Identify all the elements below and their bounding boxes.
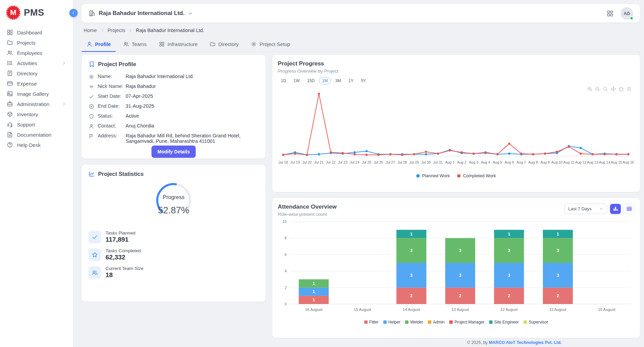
legend-item-admin[interactable]: Admin [428,320,445,325]
sidebar-item-projects[interactable]: Projects [0,37,73,48]
breadcrumb-raja-bahadur-international-ltd: Raja Bahadur International Ltd. [136,28,204,33]
modebar-zoom-button[interactable] [602,86,609,92]
company-link[interactable]: MARCO AIoT Technologies Pvt. Ltd. [489,340,562,345]
tab-infrastructure[interactable]: Infrastructure [154,37,202,52]
profile-field-status: Status:Active [88,111,259,121]
range-button-1m[interactable]: 1M [319,77,331,85]
range-button-5y[interactable]: 5Y [358,77,369,85]
sidebar-item-label: Help Desk [17,142,41,148]
legend-item-site-engineer[interactable]: Site Engineer [489,320,519,325]
legend-item-supervisor[interactable]: Supervisor [524,320,548,325]
field-value: 31-Aug-2025 [126,103,259,109]
sidebar-item-administration[interactable]: Administration [0,99,73,109]
tab-project-setup[interactable]: Project Setup [246,37,295,52]
topbar-right: AD [607,7,633,20]
modebar-menu-button[interactable] [626,86,632,92]
chart-toolbar [586,86,632,92]
tab-label: Directory [218,41,239,47]
gauge-value: 52.87% [136,205,211,216]
modebar-zoom-in-button[interactable] [586,86,593,92]
stat-tasks-planned: Tasks Planned117,891 [88,230,259,243]
sidebar-item-support[interactable]: Support [0,119,73,130]
tab-teams[interactable]: Teams [118,37,151,52]
sidebar-item-help-desk[interactable]: Help Desk [0,140,73,150]
app-logo[interactable]: M PMS [0,0,73,23]
legend-label: Project Manager [454,320,484,325]
table-view-toggle-button[interactable] [624,204,634,214]
range-button-15d[interactable]: 15D [304,77,318,85]
svg-text:Aug 12: Aug 12 [575,160,586,164]
legend-label: Completed Work [463,173,496,178]
sidebar-item-activities[interactable]: Activities [0,58,73,68]
main-area: Raja Bahadur International Ltd. AD HomeP… [74,0,644,347]
image-gallery-icon [7,91,13,97]
app-root: M PMS DashboardProjectsEmployeesActiviti… [0,0,644,347]
company-selector[interactable]: Raja Bahadur International Ltd. [88,10,193,17]
range-button-3m[interactable]: 3M [332,77,344,85]
tab-bar: ProfileTeamsInfrastructureDirectoryProje… [82,37,640,52]
stats-card-title: Project Statistics [98,171,144,177]
legend-swatch [489,320,493,324]
legend-label: Site Engineer [494,320,519,325]
svg-text:Aug 6: Aug 6 [505,160,514,164]
modebar-home-button[interactable] [618,86,625,92]
legend-swatch [383,320,387,324]
sidebar-item-label: Administration [17,101,49,107]
legend-item-helper[interactable]: Helper [383,320,400,325]
range-button-1d[interactable]: 1D [278,77,289,85]
legend-label: Supervisor [529,320,548,325]
sidebar-item-employees[interactable]: Employees [0,48,73,58]
shield-icon [88,113,98,119]
svg-text:Aug 1: Aug 1 [445,160,455,164]
breadcrumb-home[interactable]: Home [84,28,97,33]
documentation-icon [7,132,13,138]
legend-item-completed-work[interactable]: Completed Work [457,173,496,178]
stacked-bar-chart: 024681016 August11115 August14 August233… [278,218,634,319]
sidebar-item-documentation[interactable]: Documentation [0,130,73,140]
legend-item-planned-work[interactable]: Planned Work [416,173,450,178]
activities-icon [7,60,13,66]
tab-profile[interactable]: Profile [82,37,116,52]
content: Project Profile Name:Raja Bahadur Intern… [82,55,640,338]
sidebar-item-label: Employees [17,50,42,56]
apps-grid-icon[interactable] [607,10,614,17]
range-button-1w[interactable]: 1W [290,77,303,85]
sidebar-item-directory[interactable]: Directory [0,68,73,78]
sidebar-item-image-gallery[interactable]: Image Gallery [0,89,73,99]
svg-text:2: 2 [557,293,559,298]
line-chart: Jul 18Jul 19Jul 20Jul 21Jul 22Jul 23Jul … [278,86,634,172]
legend-swatch [457,174,461,178]
project-progress-card: Project Progress Progress Overview by Pr… [272,55,640,192]
chevron-right-icon [100,28,104,33]
zoom-in-icon [587,86,593,92]
chevron-right-icon [128,28,133,33]
breadcrumb-projects[interactable]: Projects [108,28,125,33]
svg-text:1: 1 [557,232,559,237]
sidebar-item-expense[interactable]: Expense [0,78,73,89]
right-column: Project Progress Progress Overview by Pr… [272,55,640,338]
modify-details-button[interactable]: Modify Details [151,146,196,158]
legend-item-project-manager[interactable]: Project Manager [449,320,484,325]
attendance-controls: Last 7 Days [564,203,634,214]
legend-item-fitter[interactable]: Fitter [364,320,379,325]
sidebar-item-dashboard[interactable]: Dashboard [0,27,73,37]
svg-text:Jul 29: Jul 29 [409,160,419,164]
profile-card-header: Project Profile [88,61,259,67]
svg-text:8: 8 [285,236,287,240]
tab-directory[interactable]: Directory [205,37,243,52]
bar-view-toggle-button[interactable] [610,204,621,214]
sidebar-item-inventory[interactable]: Inventory [0,109,73,119]
pan-icon [611,86,616,92]
modebar-pan-button[interactable] [610,86,617,92]
stat-label: Tasks Planned [106,230,135,236]
modebar-zoom-out-button[interactable] [594,86,601,92]
svg-text:Jul 19: Jul 19 [290,160,300,164]
range-button-1y[interactable]: 1Y [345,77,357,85]
date-range-select[interactable]: Last 7 Days [564,203,607,214]
legend-item-welder[interactable]: Welder [405,320,423,325]
field-label: Contact: [98,123,126,129]
avatar[interactable]: AD [621,7,633,20]
svg-text:Jul 25: Jul 25 [362,160,371,164]
sidebar-collapse-button[interactable] [69,9,78,17]
help-desk-icon [7,142,13,148]
